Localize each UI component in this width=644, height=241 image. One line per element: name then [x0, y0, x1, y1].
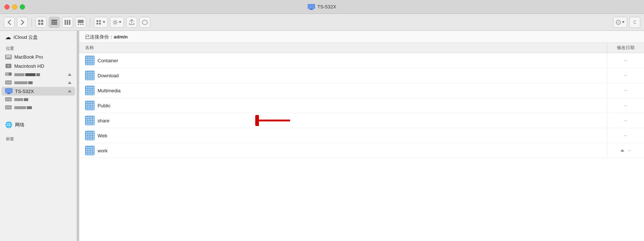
- file-list-header: 名称 修改日期: [79, 43, 644, 53]
- file-date: --: [607, 100, 644, 111]
- svg-rect-37: [6, 81, 11, 84]
- sidebar-item-network-label: 网络: [15, 122, 72, 128]
- macbook-icon: [5, 55, 12, 60]
- close-button[interactable]: [4, 4, 10, 10]
- toolbar-separator-1: [32, 18, 32, 27]
- col-date-header: 修改日期: [607, 43, 644, 53]
- sidebar-item-drive1[interactable]: [1, 71, 75, 79]
- drive2-icon: [5, 80, 12, 85]
- file-name: Download: [79, 68, 607, 83]
- svg-text:R: R: [617, 21, 619, 24]
- table-row[interactable]: share --: [79, 113, 644, 128]
- extra-button[interactable]: C: [629, 17, 640, 28]
- sidebar-item-drive2[interactable]: [1, 79, 75, 87]
- registered-dropdown-icon: [622, 21, 625, 23]
- share-button[interactable]: [126, 17, 137, 28]
- sidebar-item-nas1[interactable]: [1, 96, 75, 104]
- table-row[interactable]: Web --: [79, 128, 644, 143]
- sidebar-network-section: [0, 115, 77, 120]
- table-row[interactable]: Container --: [79, 53, 644, 68]
- col-name-header: 名称: [79, 43, 607, 53]
- sidebar-item-macintosh[interactable]: Macintosh HD: [1, 61, 75, 71]
- work-eject-icon[interactable]: [621, 149, 624, 152]
- minimize-button[interactable]: [12, 4, 17, 10]
- registered-button[interactable]: R: [613, 17, 627, 28]
- sidebar-item-ts532x[interactable]: TS-532X: [1, 87, 75, 96]
- nas2-icon: [5, 105, 12, 110]
- file-date-text: --: [628, 148, 631, 153]
- file-name: work: [79, 143, 607, 158]
- svg-rect-39: [6, 89, 12, 93]
- view-columns-button[interactable]: [62, 17, 73, 28]
- file-name-text: Web: [98, 133, 107, 138]
- file-date-text: --: [624, 133, 627, 138]
- sidebar-tags-label: 标签: [0, 133, 77, 143]
- forward-button[interactable]: [17, 17, 28, 28]
- file-date-text: --: [624, 118, 627, 123]
- sidebar-location-label: 位置: [0, 42, 77, 53]
- svg-rect-19: [99, 20, 101, 22]
- nas1-icon: [5, 97, 12, 102]
- file-date-text: --: [624, 73, 627, 78]
- svg-rect-29: [7, 59, 10, 59]
- settings-button[interactable]: [110, 17, 124, 28]
- tag-button[interactable]: [139, 17, 150, 28]
- registered-icon: R: [616, 20, 621, 25]
- svg-rect-41: [7, 93, 11, 94]
- table-row[interactable]: Download --: [79, 68, 644, 83]
- main-content: ☁ iCloud 云盘 位置 MacBook Pro Macintosh HD: [0, 31, 644, 241]
- toolbar-separator-2: [90, 18, 90, 27]
- svg-rect-35: [9, 73, 11, 75]
- group-button[interactable]: [94, 17, 108, 28]
- tag-icon: [142, 20, 148, 25]
- sidebar-item-icloud[interactable]: ☁ iCloud 云盘: [1, 32, 75, 42]
- svg-rect-43: [6, 98, 11, 101]
- eject-icon-drive1[interactable]: [68, 73, 72, 76]
- ts532x-icon: [5, 88, 12, 94]
- sidebar-item-network[interactable]: 🌐 网络: [1, 120, 75, 130]
- file-date-text: --: [624, 103, 627, 108]
- eject-icon-ts532x[interactable]: [68, 90, 72, 92]
- toolbar: R C: [0, 14, 644, 31]
- file-date-text: --: [624, 88, 627, 93]
- file-date: --: [607, 85, 644, 96]
- eject-icon-drive2[interactable]: [68, 81, 72, 84]
- table-row[interactable]: work --: [79, 143, 644, 158]
- svg-rect-27: [6, 55, 11, 58]
- view-cover-button[interactable]: [75, 17, 86, 28]
- file-name-text: Multimedia: [98, 88, 121, 93]
- svg-rect-4: [38, 20, 40, 22]
- svg-rect-45: [6, 106, 11, 109]
- network-icon: 🌐: [5, 121, 12, 128]
- file-list: Container -- Download -- Multimedia --: [79, 53, 644, 241]
- back-button[interactable]: [4, 17, 15, 28]
- file-name-text: share: [98, 118, 110, 123]
- sidebar-item-nas2[interactable]: [1, 104, 75, 112]
- maximize-button[interactable]: [20, 4, 25, 10]
- svg-rect-8: [51, 20, 57, 21]
- table-row[interactable]: Public --: [79, 98, 644, 113]
- svg-rect-13: [69, 20, 70, 25]
- file-date-text: --: [624, 58, 627, 63]
- svg-rect-17: [82, 24, 84, 25]
- file-date: --: [607, 70, 644, 81]
- table-row[interactable]: Multimedia --: [79, 83, 644, 98]
- svg-rect-3: [308, 4, 315, 8]
- folder-icon: [85, 101, 95, 110]
- file-date: --: [607, 115, 644, 126]
- folder-icon: [85, 131, 95, 140]
- window-controls: [4, 4, 25, 10]
- sidebar-item-macbook[interactable]: MacBook Pro: [1, 53, 75, 61]
- svg-rect-7: [41, 23, 43, 25]
- sidebar-item-label: iCloud 云盘: [14, 34, 72, 41]
- view-icon-button[interactable]: [36, 17, 47, 28]
- svg-point-22: [114, 21, 116, 23]
- file-name: Container: [79, 53, 607, 68]
- svg-rect-21: [99, 23, 101, 25]
- svg-rect-34: [6, 73, 9, 75]
- svg-rect-14: [78, 20, 84, 23]
- svg-point-32: [8, 66, 9, 67]
- view-list-button[interactable]: [49, 17, 60, 28]
- svg-rect-16: [80, 24, 81, 25]
- file-date: --: [607, 130, 644, 141]
